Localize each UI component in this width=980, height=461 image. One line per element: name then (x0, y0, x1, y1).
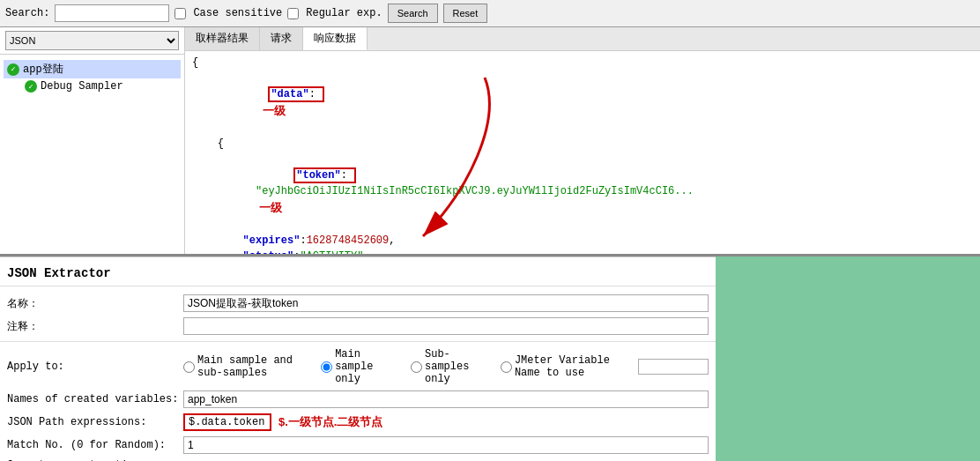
json-text-data: "data": 一级 (192, 71, 973, 136)
path-row: JSON Path expressions: $.一级节点.二级节点 (0, 411, 716, 434)
match-label: Match No. (0 for Random): (7, 439, 183, 451)
green-check-icon-2: ✓ (25, 80, 37, 93)
tree-panel: JSON ✓ app登陆 ✓ Debug Sampler (0, 27, 185, 254)
case-sensitive-label: Case sensitive (193, 7, 282, 19)
apply-to-label: Apply to: (7, 361, 183, 373)
extractor-title: JSON Extractor (0, 263, 716, 286)
tree-item-debug-sampler[interactable]: ✓ Debug Sampler (21, 78, 181, 94)
radio-main-sub[interactable]: Main sample and sub-samples (183, 354, 310, 379)
toolbar: Search: Case sensitive Regular exp. Sear… (0, 0, 980, 27)
json-text-5: "expires":1628748452609, (192, 233, 973, 249)
tree-content: ✓ app登陆 ✓ Debug Sampler (0, 55, 184, 254)
variables-label: Names of created variables: (7, 393, 183, 405)
path-label: JSON Path expressions: (7, 416, 183, 428)
radio-jmeter-var-input[interactable] (501, 361, 512, 373)
tree-item-app-login-label: app登陆 (23, 62, 63, 77)
comment-input[interactable] (183, 317, 709, 335)
token-key-highlight: "token": (293, 167, 356, 183)
radio-sub-only[interactable]: Sub-samples only (411, 348, 490, 385)
name-row: 名称： (0, 292, 716, 315)
divider-1 (0, 341, 716, 342)
data-key-highlight: "data": (268, 86, 324, 102)
comment-label: 注释： (7, 319, 183, 334)
regular-exp-label: Regular exp. (306, 7, 382, 19)
json-text-6: "status":"ACTIVITY", (192, 249, 973, 254)
search-button[interactable]: Search (388, 4, 438, 23)
content-panel: 取样器结果 请求 响应数据 { "data": 一级 (185, 27, 980, 254)
main-container: JSON ✓ app登陆 ✓ Debug Sampler 取样器结果 请求 响 (0, 27, 980, 257)
extractor-panel: JSON Extractor 名称： 注释： Apply to: Main sa… (0, 257, 716, 461)
bottom-wrapper: JSON Extractor 名称： 注释： Apply to: Main sa… (0, 257, 980, 461)
json-text-1: { (192, 55, 973, 71)
bottom-panel: JSON Extractor 名称： 注释： Apply to: Main sa… (0, 257, 980, 461)
variables-row: Names of created variables: (0, 388, 716, 411)
jmeter-var-input[interactable] (638, 359, 709, 375)
tree-header: JSON (0, 27, 184, 55)
json-content-area: { "data": 一级 { "token": "eyJhbGciOiJIUzI… (185, 51, 980, 254)
token-value: "eyJhbGciOiJIUzI1NiIsInR5cCI6IkpXVCJ9.ey… (256, 185, 694, 197)
match-row: Match No. (0 for Random): (0, 434, 716, 457)
path-input[interactable] (183, 413, 271, 431)
tab-response-data[interactable]: 响应数据 (303, 27, 368, 50)
regular-exp-checkbox[interactable] (287, 8, 299, 19)
case-sensitive-checkbox[interactable] (174, 8, 186, 19)
right-green-panel: https://blog.csdn.net/Genevar (716, 257, 980, 461)
search-label: Search: (5, 7, 49, 19)
json-line-data: "data": 一级 (192, 71, 973, 136)
concat-row: Compute concatenation var (suffix _ALL): (0, 457, 716, 461)
radio-main-only-input[interactable] (321, 361, 332, 373)
json-text-3: { (192, 136, 973, 152)
match-input[interactable] (183, 436, 709, 454)
green-check-icon: ✓ (7, 63, 19, 76)
tabs-bar: 取样器结果 请求 响应数据 (185, 27, 980, 51)
search-input[interactable] (55, 4, 169, 22)
tab-sampler-result[interactable]: 取样器结果 (185, 27, 260, 50)
apply-to-row: Apply to: Main sample and sub-samples Ma… (0, 346, 716, 388)
json-line-6: "status":"ACTIVITY", (192, 249, 973, 254)
level1-annotation-1: 一级 (263, 104, 286, 117)
radio-main-only[interactable]: Main sample only (321, 348, 400, 385)
tree-dropdown[interactable]: JSON (5, 31, 179, 50)
reset-button[interactable]: Reset (443, 4, 488, 23)
variables-input[interactable] (183, 390, 709, 408)
apply-to-radio-group: Main sample and sub-samples Main sample … (183, 348, 709, 385)
name-label: 名称： (7, 296, 183, 311)
level2-annotation: 一级 (259, 201, 282, 214)
radio-main-sub-input[interactable] (183, 361, 195, 373)
tree-item-debug-sampler-label: Debug Sampler (41, 80, 123, 93)
tab-request[interactable]: 请求 (260, 27, 303, 50)
json-text-token: "token": "eyJhbGciOiJIUzI1NiIsInR5cCI6Ik… (192, 152, 973, 233)
tree-item-app-login[interactable]: ✓ app登陆 (4, 60, 181, 78)
json-line-3: { (192, 136, 973, 152)
radio-jmeter-var[interactable]: JMeter Variable Name to use (501, 354, 627, 379)
name-input[interactable] (183, 294, 709, 312)
radio-sub-only-input[interactable] (411, 361, 422, 373)
comment-row: 注释： (0, 315, 716, 338)
path-annotation: $.一级节点.二级节点 (278, 414, 382, 430)
json-line-5: "expires":1628748452609, (192, 233, 973, 249)
json-line-token: "token": "eyJhbGciOiJIUzI1NiIsInR5cCI6Ik… (192, 152, 973, 233)
json-line-1: { (192, 55, 973, 71)
